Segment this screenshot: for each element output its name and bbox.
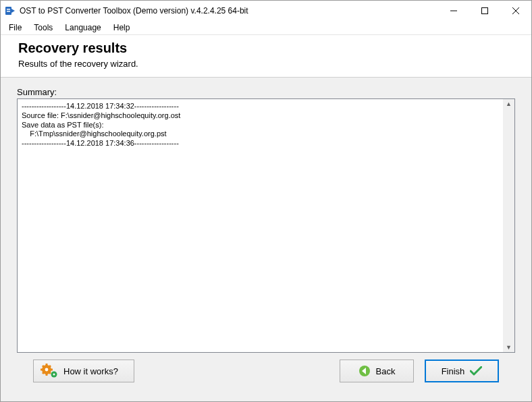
checkmark-icon [470,366,482,376]
content-area: Summary: ------------------14.12.2018 17… [1,78,531,401]
summary-label: Summary: [17,87,515,97]
finish-label: Finish [442,366,465,376]
svg-line-16 [43,372,44,374]
svg-point-8 [45,368,49,372]
summary-box: ------------------14.12.2018 17:34:32---… [17,98,515,353]
close-button[interactable] [500,1,531,21]
menu-file[interactable]: File [3,22,27,34]
footer: How it works? Back Finish [17,353,515,393]
gears-icon [41,364,58,378]
svg-rect-4 [482,8,488,14]
titlebar: OST to PST Converter Toolbox (Demo versi… [1,1,531,21]
how-it-works-button[interactable]: How it works? [33,360,134,382]
menubar: File Tools Language Help [1,21,531,35]
back-arrow-icon [358,365,371,377]
menu-help[interactable]: Help [108,22,136,34]
svg-line-13 [43,366,44,367]
summary-log[interactable]: ------------------14.12.2018 17:34:32---… [18,99,503,352]
page-subtitle: Results of the recovery wizard. [18,59,514,69]
back-label: Back [376,366,396,376]
window-title: OST to PST Converter Toolbox (Demo versi… [20,6,248,16]
menu-language[interactable]: Language [59,22,106,34]
how-it-works-label: How it works? [63,366,118,376]
finish-button[interactable]: Finish [425,360,499,382]
minimize-button[interactable] [438,1,469,21]
menu-tools[interactable]: Tools [28,22,58,34]
scroll-up-icon[interactable]: ▲ [506,100,512,107]
svg-rect-2 [7,11,10,12]
svg-line-14 [49,372,51,374]
page-title: Recovery results [18,40,514,56]
app-icon [5,5,16,16]
svg-line-15 [49,366,51,367]
svg-point-18 [53,374,55,376]
scrollbar[interactable]: ▲ ▼ [503,99,514,352]
scroll-down-icon[interactable]: ▼ [506,344,512,351]
maximize-button[interactable] [469,1,500,21]
page-header: Recovery results Results of the recovery… [1,35,531,78]
back-button[interactable]: Back [340,360,414,382]
svg-rect-1 [7,9,10,10]
